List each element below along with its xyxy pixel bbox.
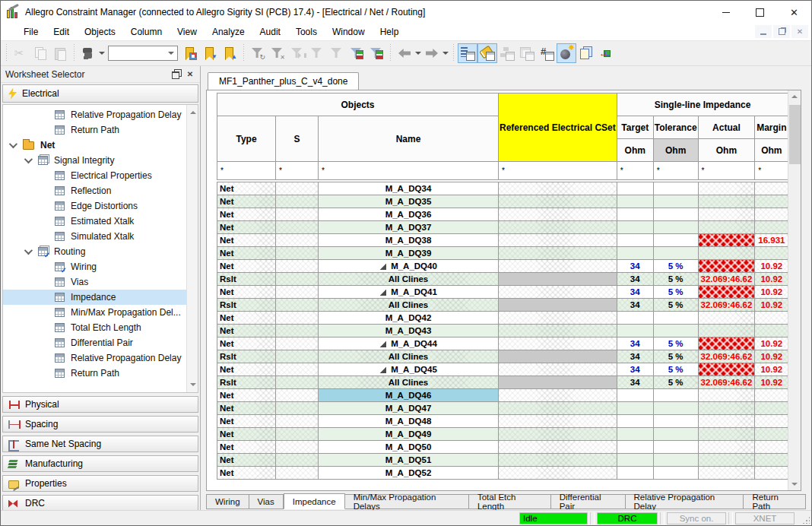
cell-type[interactable]: Net <box>217 363 276 376</box>
nav-back-button[interactable] <box>395 43 414 63</box>
cell-tolerance[interactable]: 5 % <box>653 273 698 286</box>
cell-referenced-cset[interactable] <box>499 376 617 389</box>
cell-tolerance[interactable]: 5 % <box>653 350 698 363</box>
search-box-combobox[interactable] <box>108 46 178 61</box>
category-physical[interactable]: Physical <box>2 396 198 413</box>
worksheet-tab-return-path[interactable]: Return Path <box>744 494 806 509</box>
cell-referenced-cset[interactable] <box>499 454 617 467</box>
cell-name[interactable]: M_A_DQ36 <box>319 208 499 221</box>
cell-margin[interactable]: 10.92 <box>755 350 788 363</box>
cell-referenced-cset[interactable] <box>499 299 617 312</box>
cell-target[interactable]: 34 <box>617 286 653 299</box>
tree-item-relative-propagation-delay[interactable]: Relative Propagation Delay <box>3 350 198 366</box>
filter-cell[interactable]: * <box>319 162 499 180</box>
tree-item-wiring[interactable]: Wiring <box>3 259 198 274</box>
cell-type[interactable]: Rslt <box>217 273 276 286</box>
cell-referenced-cset[interactable] <box>499 195 617 208</box>
category-same-net-spacing[interactable]: Same Net Spacing <box>2 436 198 452</box>
tree-item-relative-propagation-delay[interactable]: Relative Propagation Delay <box>3 107 198 122</box>
tree-item-reflection[interactable]: Reflection <box>3 183 198 198</box>
nav-forward-dropdown-caret[interactable] <box>442 43 449 63</box>
drc-browser-button[interactable] <box>557 43 576 63</box>
cell-s[interactable] <box>276 221 319 234</box>
panel-float-icon[interactable] <box>170 68 183 81</box>
cell-type[interactable]: Net <box>217 467 276 480</box>
cell-actual[interactable]: 32.069:46.62 <box>698 376 755 389</box>
expander-icon[interactable] <box>9 140 17 148</box>
cell-tolerance[interactable] <box>653 454 698 467</box>
maximize-button[interactable] <box>743 1 777 24</box>
cell-target[interactable] <box>617 441 653 454</box>
cell-s[interactable] <box>276 273 319 286</box>
cell-margin[interactable]: 16.931 <box>755 234 788 247</box>
cell-target[interactable] <box>617 312 653 325</box>
cell-margin[interactable] <box>755 312 788 325</box>
tree-scrollbar[interactable] <box>186 105 198 392</box>
nav-forward-button[interactable] <box>422 43 442 63</box>
category-manufacturing[interactable]: Manufacturing <box>2 455 198 472</box>
cell-type[interactable]: Net <box>217 260 276 273</box>
cell-referenced-cset[interactable] <box>499 350 617 363</box>
mdi-restore-button[interactable] <box>773 25 790 38</box>
cell-actual[interactable]: 32.069:46.62 <box>698 350 755 363</box>
cell-s[interactable] <box>276 195 319 208</box>
cell-margin[interactable]: 10.92 <box>755 337 788 350</box>
cell-type[interactable]: Net <box>217 208 276 221</box>
tree-item-simulated-xtalk[interactable]: Simulated Xtalk <box>3 229 198 244</box>
cell-target[interactable]: 34 <box>617 337 653 350</box>
cell-s[interactable] <box>276 389 319 402</box>
cell-target[interactable] <box>617 221 653 234</box>
cell-target[interactable] <box>617 402 653 415</box>
cell-target[interactable] <box>617 467 653 480</box>
tree-item-vias[interactable]: Vias <box>3 274 198 290</box>
cell-type[interactable]: Rslt <box>217 376 276 389</box>
cell-type[interactable]: Net <box>217 454 276 467</box>
filter-refresh-button[interactable] <box>248 43 268 63</box>
cell-name[interactable]: M_A_DQ41 <box>319 286 499 299</box>
cell-type[interactable]: Net <box>217 337 276 350</box>
cell-tolerance[interactable]: 5 % <box>653 299 698 312</box>
xnet-links-button[interactable] <box>596 43 616 63</box>
tree-item-min-max-propagation-del[interactable]: Min/Max Propagation Del... <box>3 305 198 320</box>
menu-file[interactable]: File <box>16 25 46 39</box>
cell-referenced-cset[interactable] <box>499 441 617 454</box>
cell-s[interactable] <box>276 312 319 325</box>
cell-name[interactable]: M_A_DQ46 <box>319 389 499 402</box>
cell-type[interactable]: Net <box>217 195 276 208</box>
mdi-minimize-button[interactable] <box>755 25 772 38</box>
cell-actual[interactable] <box>698 389 755 402</box>
cell-name[interactable]: M_A_DQ52 <box>319 467 499 480</box>
worksheet-tab-vias[interactable]: Vias <box>249 494 284 509</box>
bookmark-overview-button[interactable] <box>180 43 200 63</box>
tree-item-signal-integrity[interactable]: Signal Integrity <box>3 153 198 168</box>
cell-referenced-cset[interactable] <box>499 467 617 480</box>
expander-icon[interactable] <box>24 246 33 255</box>
cell-tolerance[interactable] <box>653 234 698 247</box>
cell-name[interactable]: M_A_DQ39 <box>319 247 499 260</box>
filter-cell[interactable]: * <box>499 162 617 180</box>
cell-tolerance[interactable] <box>653 195 698 208</box>
cell-referenced-cset[interactable] <box>499 260 617 273</box>
cell-referenced-cset[interactable] <box>499 337 617 350</box>
cell-name[interactable]: All Clines <box>319 350 499 363</box>
mdi-close-button[interactable] <box>791 25 808 38</box>
cell-target[interactable]: 34 <box>617 376 653 389</box>
bookmark-next-button[interactable] <box>200 43 220 63</box>
cell-type[interactable]: Net <box>217 402 276 415</box>
cell-s[interactable] <box>276 441 319 454</box>
cell-margin[interactable]: 10.92 <box>755 376 788 389</box>
find-button[interactable] <box>78 43 98 63</box>
cell-tolerance[interactable] <box>653 441 698 454</box>
cell-name[interactable]: All Clines <box>319 299 499 312</box>
cell-actual[interactable] <box>698 182 755 195</box>
cell-margin[interactable] <box>755 221 788 234</box>
menu-audit[interactable]: Audit <box>252 25 288 39</box>
cell-s[interactable] <box>276 299 319 312</box>
category-spacing[interactable]: Spacing <box>2 416 198 433</box>
cell-s[interactable] <box>276 467 319 480</box>
show-worksheet-selector-button[interactable] <box>458 43 477 63</box>
cell-type[interactable]: Net <box>217 312 276 325</box>
cell-type[interactable]: Rslt <box>217 350 276 363</box>
cell-tolerance[interactable] <box>653 467 698 480</box>
expand-triangle-icon[interactable] <box>379 341 386 347</box>
